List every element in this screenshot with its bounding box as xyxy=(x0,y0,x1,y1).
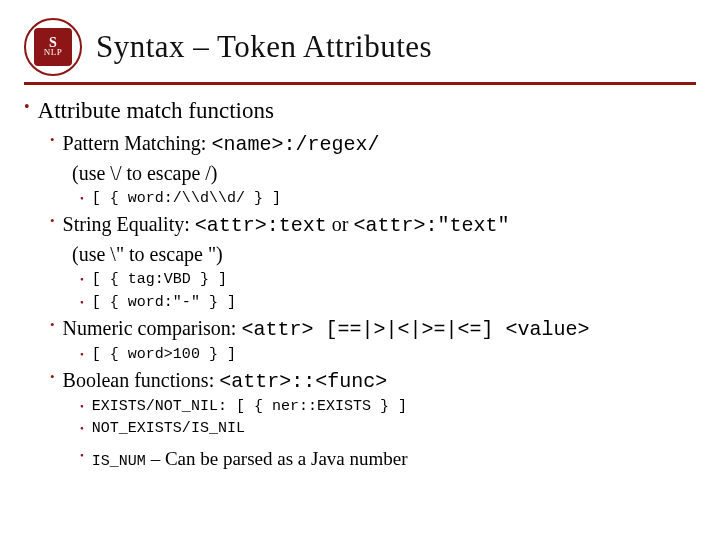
bullet-icon: • xyxy=(80,345,84,364)
note-text: (use \" to escape ") xyxy=(72,243,223,265)
label: String Equality: xyxy=(63,213,195,235)
list-item: • IS_NUM – Can be parsed as a Java numbe… xyxy=(80,446,696,472)
code: <attr>:"text" xyxy=(353,214,509,237)
stanford-nlp-logo: S NLP xyxy=(24,18,82,76)
code: <attr> [==|>|<|>=|<=] <value> xyxy=(241,318,589,341)
code-example: [ { word>100 } ] xyxy=(92,345,236,365)
bullet-icon: • xyxy=(50,315,55,335)
label: or xyxy=(327,213,354,235)
code-example: NOT_EXISTS/IS_NIL xyxy=(92,419,245,439)
code: <attr>:text xyxy=(195,214,327,237)
list-item: • Boolean functions: <attr>::<func> xyxy=(50,367,696,395)
list-item: • Numeric comparison: <attr> [==|>|<|>=|… xyxy=(50,315,696,343)
code-example: [ { tag:VBD } ] xyxy=(92,270,227,290)
code: IS_NUM xyxy=(92,453,146,470)
bullet-icon: • xyxy=(80,189,84,208)
list-item: • String Equality: <attr>:text or <attr>… xyxy=(50,211,696,239)
list-item-continuation: (use \/ to escape /) xyxy=(72,160,696,187)
bullet-icon: • xyxy=(24,95,30,119)
list-item: • Pattern Matching: <name>:/regex/ xyxy=(50,130,696,158)
item-text: String Equality: <attr>:text or <attr>:"… xyxy=(63,211,510,239)
list-item: • [ { tag:VBD } ] xyxy=(80,270,696,290)
note-text: (use \/ to escape /) xyxy=(72,162,218,184)
bullet-icon: • xyxy=(50,211,55,231)
label: – Can be parsed as a Java number xyxy=(146,448,408,469)
item-text: IS_NUM – Can be parsed as a Java number xyxy=(92,446,408,472)
logo-text: NLP xyxy=(44,49,63,57)
content-list: • Attribute match functions • Pattern Ma… xyxy=(24,95,696,472)
bullet-icon: • xyxy=(80,270,84,289)
label: Boolean functions: xyxy=(63,369,220,391)
item-text: Numeric comparison: <attr> [==|>|<|>=|<=… xyxy=(63,315,590,343)
bullet-icon: • xyxy=(80,419,84,438)
list-item: • [ { word:/\\d\\d/ } ] xyxy=(80,189,696,209)
bullet-icon: • xyxy=(80,397,84,416)
bullet-icon: • xyxy=(80,293,84,312)
item-text: Pattern Matching: <name>:/regex/ xyxy=(63,130,380,158)
label: Pattern Matching: xyxy=(63,132,212,154)
bullet-icon: • xyxy=(50,367,55,387)
code: <attr>::<func> xyxy=(219,370,387,393)
list-item-continuation: (use \" to escape ") xyxy=(72,241,696,268)
slide-title: Syntax – Token Attributes xyxy=(96,29,432,65)
item-text: Boolean functions: <attr>::<func> xyxy=(63,367,388,395)
list-item: • EXISTS/NOT_NIL: [ { ner::EXISTS } ] xyxy=(80,397,696,417)
list-item: • Attribute match functions xyxy=(24,95,696,126)
code: <name>:/regex/ xyxy=(211,133,379,156)
list-item: • NOT_EXISTS/IS_NIL xyxy=(80,419,696,439)
slide-body: S NLP Syntax – Token Attributes • Attrib… xyxy=(0,0,720,492)
code-example: EXISTS/NOT_NIL: [ { ner::EXISTS } ] xyxy=(92,397,407,417)
header: S NLP Syntax – Token Attributes xyxy=(24,18,696,85)
bullet-icon: • xyxy=(80,446,84,465)
label: Numeric comparison: xyxy=(63,317,242,339)
code-example: [ { word:/\\d\\d/ } ] xyxy=(92,189,281,209)
bullet-icon: • xyxy=(50,130,55,150)
list-item: • [ { word>100 } ] xyxy=(80,345,696,365)
code-example: [ { word:"-" } ] xyxy=(92,293,236,313)
heading-text: Attribute match functions xyxy=(38,95,274,126)
list-item: • [ { word:"-" } ] xyxy=(80,293,696,313)
